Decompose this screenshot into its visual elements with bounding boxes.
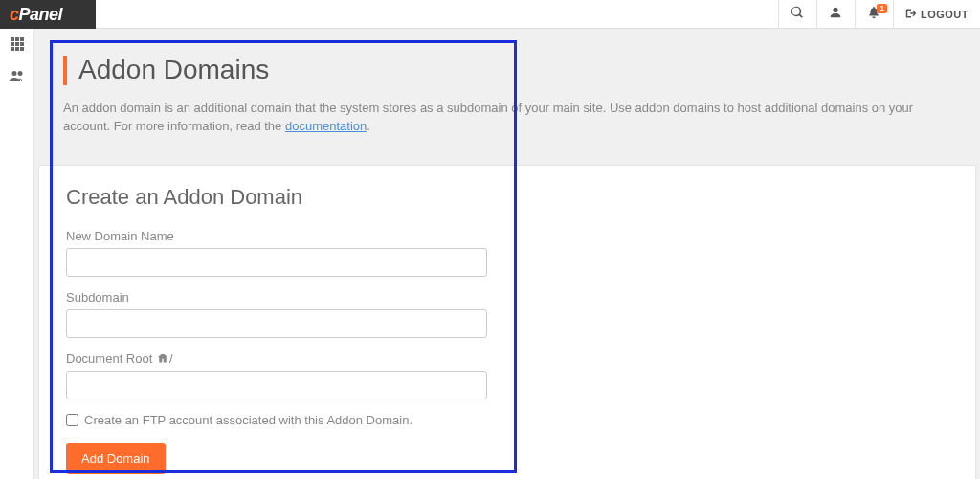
home-icon: [156, 352, 169, 366]
logout-icon: [905, 8, 917, 21]
documentation-link[interactable]: documentation: [285, 119, 367, 133]
svg-rect-0: [11, 37, 14, 41]
sidebar-item-home[interactable]: [0, 29, 33, 61]
docroot-input[interactable]: [66, 371, 487, 399]
svg-rect-2: [20, 37, 24, 41]
notifications-button[interactable]: 1: [855, 0, 893, 28]
svg-rect-6: [11, 47, 14, 51]
svg-rect-8: [20, 47, 24, 51]
cpanel-logo[interactable]: cPanel: [0, 0, 96, 29]
page-description: An addon domain is an additional domain …: [63, 99, 951, 136]
search-icon: [791, 6, 804, 22]
svg-rect-3: [11, 42, 14, 46]
new-domain-label: New Domain Name: [66, 229, 948, 243]
user-icon: [829, 6, 842, 22]
notification-badge: 1: [877, 4, 886, 13]
svg-rect-1: [15, 37, 19, 41]
panel-title: Create an Addon Domain: [66, 185, 948, 210]
add-domain-button[interactable]: Add Domain: [66, 443, 166, 474]
page-title: Addon Domains: [63, 56, 951, 85]
subdomain-input[interactable]: [66, 309, 487, 338]
logout-button[interactable]: LOGOUT: [893, 0, 980, 28]
sidebar-item-users[interactable]: [0, 61, 33, 94]
ftp-checkbox[interactable]: [66, 414, 78, 426]
ftp-checkbox-label: Create an FTP account associated with th…: [84, 413, 412, 427]
user-button[interactable]: [816, 0, 855, 28]
docroot-label: Document Root /: [66, 352, 948, 366]
new-domain-input[interactable]: [66, 248, 487, 277]
svg-rect-5: [20, 42, 24, 46]
grid-icon: [10, 36, 25, 55]
svg-rect-4: [15, 42, 19, 46]
svg-rect-7: [15, 47, 19, 51]
subdomain-label: Subdomain: [66, 290, 948, 305]
search-button[interactable]: [778, 0, 816, 28]
users-icon: [10, 69, 25, 87]
logout-label: LOGOUT: [921, 9, 969, 20]
